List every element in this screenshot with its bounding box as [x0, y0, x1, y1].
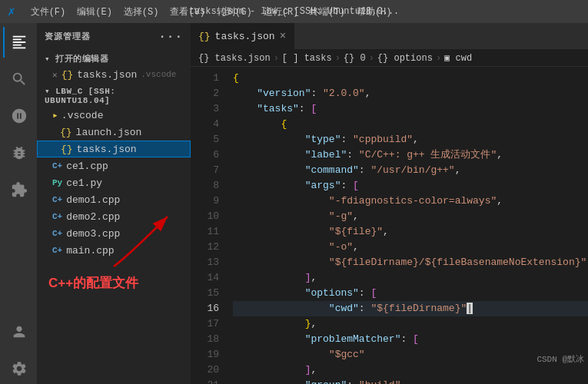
menu-file[interactable]: 文件(F): [31, 5, 66, 18]
line-num-21: 21: [191, 378, 219, 384]
code-line-20: ],: [233, 362, 588, 378]
account-activity-icon[interactable]: [3, 316, 34, 347]
breadcrumb-sep-4: ›: [436, 53, 441, 64]
cpp-icon: C+: [52, 161, 62, 170]
tab-close-button[interactable]: ×: [280, 31, 286, 41]
close-icon[interactable]: ✕: [52, 70, 58, 80]
line-num-9: 9: [191, 194, 219, 209]
code-line-2: "version": "2.0.0",: [233, 86, 588, 101]
explorer-activity-icon[interactable]: [3, 27, 34, 58]
git-activity-icon[interactable]: [3, 101, 34, 131]
explorer-tree-label[interactable]: ▾ LBW_C [SSH: UBUNTU18.04]: [37, 83, 191, 107]
code-line-21: "group": "build",: [233, 378, 588, 384]
breadcrumb-item-0[interactable]: {} 0: [344, 53, 366, 64]
window-title: tasks.json - lbw_c [SSH: Ubuntu18.0...: [189, 6, 400, 17]
breadcrumb-item-cwd[interactable]: ▣ cwd: [444, 52, 472, 64]
menu-select[interactable]: 选择(S): [124, 5, 159, 18]
code-content[interactable]: { "version": "2.0.0", "tasks": [ { "type…: [225, 67, 588, 384]
open-editor-tasks-json[interactable]: ✕ {} tasks.json .vscode: [37, 66, 191, 83]
sidebar-item-launch-json[interactable]: {} launch.json: [37, 124, 191, 141]
file-name: main.cpp: [66, 245, 114, 257]
line-num-19: 19: [191, 347, 219, 362]
code-line-7: "command": "/usr/bin/g++",: [233, 163, 588, 178]
code-line-15: "options": [: [233, 286, 588, 301]
code-line-4: {: [233, 117, 588, 132]
line-num-11: 11: [191, 224, 219, 240]
py-icon: Py: [52, 178, 62, 187]
breadcrumb-item-options[interactable]: {} options: [377, 53, 433, 64]
code-line-3: "tasks": [: [233, 101, 588, 117]
code-line-10: "-g",: [233, 209, 588, 224]
code-line-16: "cwd": "${fileDirname}"|: [233, 301, 588, 316]
breadcrumb: {} tasks.json › [ ] tasks › {} 0 › {} op…: [191, 50, 588, 67]
line-num-17: 17: [191, 316, 219, 332]
file-name: ce1.py: [66, 177, 102, 189]
line-num-3: 3: [191, 101, 219, 117]
sidebar-item-ce1-cpp[interactable]: C+ ce1.cpp: [37, 157, 191, 174]
sidebar-title: 资源管理器: [45, 31, 91, 42]
line-num-8: 8: [191, 178, 219, 194]
code-line-13: "${fileDirname}/${fileBasenameNoExtensio…: [233, 255, 588, 270]
code-editor[interactable]: 1 2 3 4 5 6 7 8 9 10 11 12 13 14 15 16 1…: [191, 67, 588, 384]
line-num-15: 15: [191, 286, 219, 301]
breadcrumb-item-tasks[interactable]: [ ] tasks: [282, 53, 332, 64]
code-line-1: {: [233, 71, 588, 86]
editor-area: {} tasks.json × {} tasks.json › [ ] task…: [191, 23, 588, 384]
file-name: demo1.cpp: [66, 194, 120, 206]
debug-activity-icon[interactable]: [3, 137, 34, 168]
cpp-icon: C+: [52, 246, 62, 255]
activity-bar: [0, 23, 37, 384]
file-name: launch.json: [76, 127, 142, 138]
file-name: demo3.cpp: [66, 228, 120, 240]
breadcrumb-sep-2: ›: [335, 53, 341, 64]
sidebar-item-vscode-folder[interactable]: ▸ .vscode: [37, 107, 191, 124]
annotation-text: C++的配置文件: [37, 274, 191, 292]
cpp-icon: C+: [52, 229, 62, 238]
menu-edit[interactable]: 编辑(E): [77, 5, 112, 18]
json-icon: {}: [61, 144, 73, 155]
code-line-17: },: [233, 316, 588, 332]
sidebar-item-ce1-py[interactable]: Py ce1.py: [37, 174, 191, 191]
sidebar-item-main-cpp[interactable]: C+ main.cpp: [37, 242, 191, 259]
line-numbers: 1 2 3 4 5 6 7 8 9 10 11 12 13 14 15 16 1…: [191, 67, 225, 384]
sidebar-more-button[interactable]: ···: [158, 30, 183, 44]
app-icon: ✗: [8, 4, 15, 19]
sidebar-item-demo2-cpp[interactable]: C+ demo2.cpp: [37, 208, 191, 225]
tab-file-icon: {}: [198, 31, 211, 42]
sidebar-item-demo1-cpp[interactable]: C+ demo1.cpp: [37, 191, 191, 208]
extensions-activity-icon[interactable]: [3, 174, 34, 205]
breadcrumb-sep-3: ›: [369, 53, 374, 64]
folder-name: .vscode: [61, 110, 104, 121]
folder-icon: ▸: [52, 109, 58, 121]
title-bar: ✗ 文件(F) 编辑(E) 选择(S) 查看(V) 转到(G) 运行(R) 终端…: [0, 0, 588, 23]
line-num-6: 6: [191, 147, 219, 163]
open-editors-label: ▾ 打开的编辑器: [37, 50, 191, 66]
code-line-18: "problemMatcher": [: [233, 332, 588, 347]
line-num-10: 10: [191, 209, 219, 224]
search-activity-icon[interactable]: [3, 64, 34, 94]
code-line-12: "-o",: [233, 240, 588, 255]
line-num-2: 2: [191, 86, 219, 101]
file-name: demo2.cpp: [66, 211, 120, 223]
breadcrumb-sep-1: ›: [274, 53, 279, 64]
code-line-9: "-fdiagnostics-color=always",: [233, 194, 588, 209]
open-editor-path: .vscode: [141, 70, 176, 79]
breadcrumb-item-file[interactable]: {} tasks.json: [198, 53, 271, 64]
cpp-icon: C+: [52, 212, 62, 221]
settings-activity-icon[interactable]: [3, 353, 34, 384]
sidebar-item-tasks-json[interactable]: {} tasks.json: [37, 141, 191, 157]
sidebar-item-demo3-cpp[interactable]: C+ demo3.cpp: [37, 225, 191, 242]
file-name: ce1.cpp: [66, 161, 108, 172]
line-num-5: 5: [191, 132, 219, 147]
line-num-4: 4: [191, 117, 219, 132]
code-line-8: "args": [: [233, 178, 588, 194]
editor-tab-tasks-json[interactable]: {} tasks.json ×: [191, 23, 294, 49]
line-num-20: 20: [191, 362, 219, 378]
sidebar-header: 资源管理器 ···: [37, 23, 191, 50]
code-line-19: "$gcc": [233, 347, 588, 362]
sidebar: 资源管理器 ··· ▾ 打开的编辑器 ✕ {} tasks.json .vsco…: [37, 23, 191, 384]
code-line-5: "type": "cppbuild",: [233, 132, 588, 147]
tab-filename: tasks.json: [215, 31, 275, 42]
open-editor-filename: tasks.json: [77, 69, 137, 81]
line-num-18: 18: [191, 332, 219, 347]
